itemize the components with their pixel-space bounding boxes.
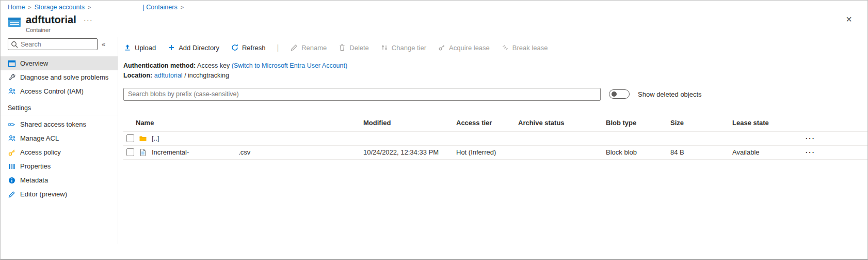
sidebar-item-label: Access Control (IAM) — [20, 87, 84, 95]
upload-label: Upload — [135, 44, 156, 52]
column-header-blob-type: Blob type — [606, 119, 670, 127]
blade-content: Upload Add Directory Refresh | Rename — [118, 37, 867, 244]
toggle-knob — [612, 91, 617, 97]
change-tier-button[interactable]: Change tier — [380, 43, 426, 52]
sidebar-item-shared-access-tokens[interactable]: Shared access tokens — [1, 117, 118, 131]
people-icon — [8, 134, 16, 143]
sidebar-item-label: Properties — [20, 162, 51, 170]
rename-button[interactable]: Rename — [290, 43, 327, 52]
refresh-icon — [231, 43, 239, 52]
breadcrumb-separator: > — [28, 4, 31, 10]
rename-icon — [290, 43, 298, 52]
sidebar-item-label: Metadata — [20, 176, 48, 184]
column-header-archive-status: Archive status — [518, 119, 606, 127]
info-block: Authentication method: Access key (Switc… — [123, 61, 867, 81]
change-tier-label: Change tier — [392, 44, 426, 52]
close-blade-button[interactable]: × — [846, 14, 852, 24]
blob-name-prefix: Incremental- — [152, 148, 189, 156]
sidebar-item-properties[interactable]: Properties — [1, 159, 118, 173]
auth-method-label: Authentication method: — [123, 62, 196, 69]
rename-label: Rename — [301, 44, 327, 52]
key-icon — [8, 148, 16, 157]
sidebar-settings-divider — [1, 115, 118, 115]
row-context-menu-button[interactable]: ··· — [792, 134, 823, 142]
blob-name-link[interactable]: Incremental-.csv — [152, 148, 250, 156]
row-context-menu-button[interactable]: ··· — [792, 148, 823, 156]
folder-up-link[interactable]: [..] — [152, 134, 159, 142]
sidebar-item-overview[interactable]: Overview — [1, 56, 118, 70]
page-subtitle: Container — [26, 27, 93, 33]
location-container-link[interactable]: adftutorial — [154, 72, 183, 79]
sidebar-item-editor-preview[interactable]: Editor (preview) — [1, 187, 118, 201]
sidebar-item-label: Overview — [20, 59, 48, 67]
change-tier-icon — [380, 43, 389, 52]
blob-table: Name Modified Access tier Archive status… — [123, 114, 867, 160]
table-row-parent-folder[interactable]: [..] ··· — [123, 132, 867, 146]
sidebar-item-label: Manage ACL — [20, 134, 59, 142]
break-lease-button[interactable]: Break lease — [501, 43, 548, 52]
show-deleted-label: Show deleted objects — [638, 90, 702, 98]
search-icon — [10, 40, 19, 49]
table-header-row: Name Modified Access tier Archive status… — [123, 114, 867, 132]
folder-icon — [139, 134, 147, 143]
toolbar-separator: | — [277, 43, 279, 52]
info-icon — [8, 176, 16, 185]
column-header-size: Size — [670, 119, 732, 127]
column-header-lease-state: Lease state — [732, 119, 792, 127]
container-icon — [8, 16, 21, 27]
sidebar-item-metadata[interactable]: Metadata — [1, 173, 118, 187]
token-icon — [8, 120, 16, 129]
file-icon — [139, 148, 147, 157]
refresh-button[interactable]: Refresh — [231, 43, 266, 52]
show-deleted-toggle[interactable] — [609, 89, 630, 99]
column-header-access-tier: Access tier — [456, 119, 518, 127]
title-more-menu-button[interactable]: ··· — [84, 16, 93, 24]
sidebar-collapse-button[interactable]: « — [102, 40, 105, 48]
refresh-label: Refresh — [242, 44, 266, 52]
toolbar: Upload Add Directory Refresh | Rename — [123, 39, 867, 56]
add-directory-label: Add Directory — [179, 44, 219, 52]
authentication-method-line: Authentication method: Access key (Switc… — [123, 61, 867, 71]
add-directory-button[interactable]: Add Directory — [167, 43, 219, 52]
upload-icon — [123, 43, 132, 52]
trash-icon — [338, 43, 346, 52]
filter-row: Show deleted objects — [123, 88, 867, 101]
sidebar-item-diagnose[interactable]: Diagnose and solve problems — [1, 70, 118, 84]
blade-header: adftutorial ··· Container — [1, 11, 867, 33]
cell-lease-state: Available — [732, 148, 792, 156]
location-path: / incchgtracking — [184, 72, 229, 79]
cell-blob-type: Block blob — [606, 148, 670, 156]
breadcrumb-storage-accounts-link[interactable]: Storage accounts — [35, 4, 85, 11]
sidebar-item-access-policy[interactable]: Access policy — [1, 145, 118, 159]
blob-prefix-search-input[interactable] — [123, 88, 601, 101]
sidebar-settings-header: Settings — [1, 98, 118, 114]
delete-button[interactable]: Delete — [338, 43, 369, 52]
acquire-lease-icon — [438, 43, 446, 52]
sidebar-search-input[interactable] — [8, 38, 98, 50]
breadcrumb-containers-link[interactable]: | Containers — [143, 4, 178, 11]
breadcrumb-separator: > — [181, 4, 184, 10]
acquire-lease-button[interactable]: Acquire lease — [438, 43, 490, 52]
table-row-blob[interactable]: Incremental-.csv 10/24/2022, 12:34:33 PM… — [123, 146, 867, 160]
breadcrumb: Home > Storage accounts > | Containers > — [1, 1, 867, 11]
sidebar-item-label: Editor (preview) — [20, 190, 67, 198]
upload-button[interactable]: Upload — [123, 43, 156, 52]
switch-auth-link[interactable]: (Switch to Microsoft Entra User Account) — [232, 62, 347, 69]
container-blade: Home > Storage accounts > | Containers >… — [0, 0, 868, 260]
plus-icon — [167, 43, 175, 52]
location-line: Location: adftutorial / incchgtracking — [123, 71, 867, 81]
pencil-icon — [8, 190, 16, 198]
properties-icon — [8, 162, 16, 171]
sidebar-item-label: Access policy — [20, 148, 61, 156]
cell-modified: 10/24/2022, 12:34:33 PM — [363, 148, 456, 156]
acquire-lease-label: Acquire lease — [449, 44, 490, 52]
row-checkbox[interactable] — [126, 148, 134, 156]
row-checkbox[interactable] — [126, 134, 134, 142]
people-icon — [8, 87, 16, 96]
breadcrumb-home-link[interactable]: Home — [8, 4, 25, 11]
blob-name-suffix: .csv — [238, 148, 250, 156]
breadcrumb-separator: > — [88, 4, 91, 10]
sidebar-item-manage-acl[interactable]: Manage ACL — [1, 131, 118, 145]
sidebar-item-access-control-iam[interactable]: Access Control (IAM) — [1, 84, 118, 98]
location-label: Location: — [123, 72, 152, 79]
